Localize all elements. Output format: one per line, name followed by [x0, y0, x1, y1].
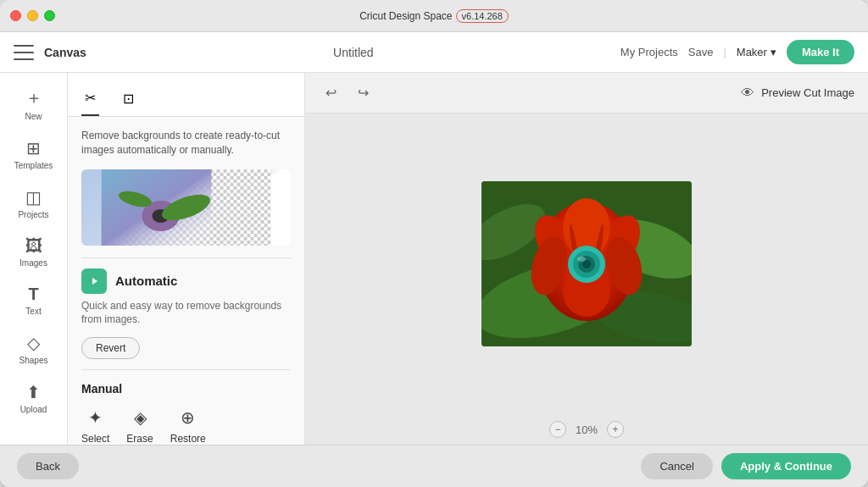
divider-1 [81, 257, 291, 258]
minimize-button[interactable] [27, 10, 38, 21]
sidebar-item-label: Upload [20, 405, 47, 414]
maker-dropdown[interactable]: Maker ▾ [737, 46, 776, 58]
automatic-section: Automatic Quick and easy way to remove b… [81, 268, 291, 360]
select-tool[interactable]: ✦ Select [81, 407, 109, 445]
svg-point-29 [577, 257, 586, 262]
sidebar-item-text[interactable]: T Text [4, 278, 64, 323]
restore-icon: ⊕ [181, 407, 195, 428]
main-layout: ＋ New ⊞ Templates ◫ Projects 🖼 Images T … [0, 73, 868, 445]
my-projects-link[interactable]: My Projects [620, 46, 678, 58]
restore-label: Restore [170, 433, 206, 445]
canvas-main[interactable] [305, 113, 868, 414]
document-title: Untitled [333, 46, 373, 59]
toolbar-divider: | [723, 46, 726, 58]
maker-label: Maker [737, 46, 767, 58]
flower-image [481, 181, 692, 346]
automatic-desc: Quick and easy way to remove backgrounds… [81, 299, 291, 328]
templates-icon: ⊞ [26, 138, 41, 158]
select-label: Select [81, 433, 109, 445]
zoom-out-button[interactable]: − [549, 421, 566, 438]
erase-icon: ◈ [134, 407, 147, 428]
flower-svg [481, 181, 692, 346]
save-link[interactable]: Save [688, 46, 714, 58]
preview-cut-label: Preview Cut Image [761, 86, 854, 99]
thumbnail-svg [81, 169, 291, 246]
sidebar-item-label: New [25, 112, 42, 121]
titlebar: Cricut Design Space v6.14.268 [0, 0, 868, 32]
manual-section: Manual ✦ Select ◈ Erase ⊕ Restore [81, 382, 291, 445]
tab-crop[interactable]: ⊡ [120, 83, 137, 116]
zoom-level: 10% [571, 423, 602, 436]
sidebar-item-label: Images [19, 258, 47, 268]
erase-tool[interactable]: ◈ Erase [126, 407, 153, 445]
canvas-topbar: ↩ ↪ 👁 Preview Cut Image [305, 73, 868, 113]
automatic-title: Automatic [115, 274, 177, 288]
images-icon: 🖼 [25, 236, 42, 256]
sidebar-item-label: Projects [18, 210, 48, 219]
eye-icon: 👁 [741, 86, 754, 101]
panel: ✂ ⊡ Remove backgrounds to create ready-t… [68, 73, 305, 445]
new-icon: ＋ [25, 86, 42, 109]
shapes-icon: ◇ [27, 333, 40, 353]
manual-tools: ✦ Select ◈ Erase ⊕ Restore [81, 407, 291, 445]
sidebar-item-new[interactable]: ＋ New [4, 80, 64, 128]
sidebar-item-label: Templates [14, 161, 53, 170]
zoom-in-button[interactable]: + [607, 421, 624, 438]
auto-svg [86, 274, 102, 289]
divider-2 [81, 369, 291, 370]
make-it-button[interactable]: Make It [787, 40, 854, 64]
titlebar-text: Cricut Design Space v6.14.268 [359, 9, 509, 23]
toolbar: Canvas Untitled My Projects Save | Maker… [0, 32, 868, 73]
sidebar-item-templates[interactable]: ⊞ Templates [4, 131, 64, 177]
revert-button[interactable]: Revert [81, 337, 140, 359]
version-badge: v6.14.268 [456, 9, 509, 23]
preview-thumbnail [81, 169, 291, 246]
toolbar-right: My Projects Save | Maker ▾ Make It [620, 40, 854, 64]
back-button[interactable]: Back [17, 453, 79, 479]
projects-icon: ◫ [25, 187, 42, 208]
chevron-down-icon: ▾ [771, 46, 776, 58]
sidebar-item-images[interactable]: 🖼 Images [4, 230, 64, 274]
restore-tool[interactable]: ⊕ Restore [170, 407, 206, 445]
preview-cut-button[interactable]: 👁 Preview Cut Image [741, 86, 854, 101]
close-button[interactable] [10, 10, 21, 21]
canvas-label: Canvas [44, 46, 86, 59]
apply-continue-button[interactable]: Apply & Continue [721, 453, 851, 479]
canvas-nav-buttons: ↩ ↪ [319, 81, 375, 105]
app-window: Cricut Design Space v6.14.268 Canvas Unt… [0, 0, 868, 487]
window-controls [10, 10, 55, 21]
cancel-button[interactable]: Cancel [641, 453, 712, 479]
app-name-label: Cricut Design Space [359, 10, 452, 22]
sidebar-item-shapes[interactable]: ◇ Shapes [4, 326, 64, 372]
undo-button[interactable]: ↩ [319, 81, 342, 105]
upload-icon: ⬆ [26, 382, 41, 402]
panel-description: Remove backgrounds to create ready-to-cu… [81, 129, 291, 158]
canvas-area: ↩ ↪ 👁 Preview Cut Image [305, 73, 868, 445]
manual-title: Manual [81, 382, 291, 396]
sidebar-item-label: Shapes [19, 356, 48, 365]
sidebar-item-projects[interactable]: ◫ Projects [4, 180, 64, 226]
redo-button[interactable]: ↪ [351, 81, 375, 105]
automatic-icon [81, 268, 107, 294]
erase-label: Erase [126, 433, 153, 445]
crop-tab-icon: ⊡ [123, 91, 134, 107]
bottom-right-buttons: Cancel Apply & Continue [641, 453, 851, 479]
sidebar-item-label: Text [25, 307, 41, 316]
automatic-header: Automatic [81, 268, 291, 294]
select-icon: ✦ [88, 407, 103, 428]
cut-tab-icon: ✂ [85, 90, 96, 106]
bottom-bar: Back Cancel Apply & Continue [0, 445, 868, 487]
tab-cut[interactable]: ✂ [81, 83, 99, 116]
panel-content: Remove backgrounds to create ready-to-cu… [68, 117, 304, 445]
text-icon: T [28, 285, 38, 304]
menu-icon[interactable] [14, 45, 34, 60]
zoom-bar: − 10% + [305, 414, 868, 445]
maximize-button[interactable] [44, 10, 55, 21]
panel-tabs: ✂ ⊡ [68, 73, 304, 117]
toolbar-center: Untitled [86, 46, 620, 59]
sidebar-item-upload[interactable]: ⬆ Upload [4, 375, 64, 421]
sidebar: ＋ New ⊞ Templates ◫ Projects 🖼 Images T … [0, 73, 68, 445]
